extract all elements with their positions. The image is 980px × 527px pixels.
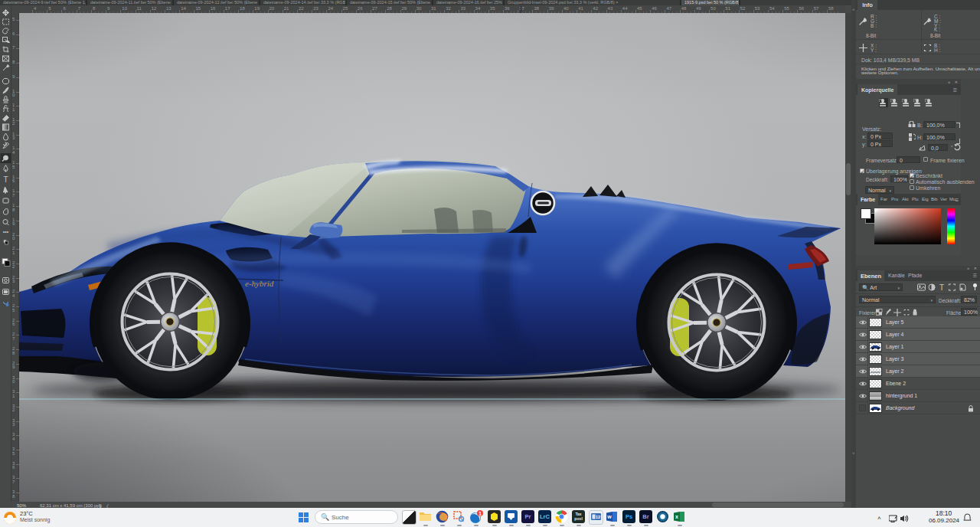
svg-text:e-hybrid: e-hybrid (245, 279, 274, 288)
svg-text:w: w (606, 514, 612, 519)
svg-text:x: x (675, 514, 678, 519)
svg-text:T: T (939, 283, 944, 291)
svg-text:•••: ••• (3, 229, 9, 234)
svg-text:T: T (3, 175, 8, 184)
svg-text:12: 12 (596, 515, 601, 519)
svg-text:1: 1 (479, 511, 482, 516)
